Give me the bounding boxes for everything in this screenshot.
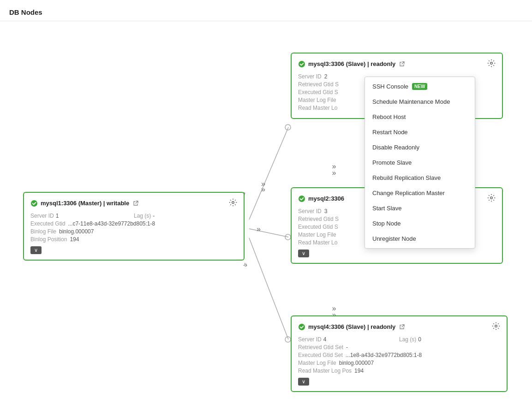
slave3-card-header: mysql4:3306 (Slave) | readonly [298,322,500,332]
slave2-node-name: mysql2:3306 [308,195,344,202]
slave3-row-retrieved-gtid: Retrieved Gtid Set - [298,344,500,351]
slave3-node-name: mysql4:3306 (Slave) | readonly [308,323,395,330]
svg-text:»: » [332,304,336,312]
svg-point-18 [490,62,493,65]
master-row-binlog-pos: Binlog Position 194 [30,236,237,243]
master-row-binlog-file: Binlog File binlog.000007 [30,228,237,235]
master-external-link-icon[interactable] [133,201,138,206]
svg-point-15 [31,200,37,207]
menu-item-disable-readonly[interactable]: Disable Readonly [365,140,475,155]
master-row-server-lag: Server ID 1 Lag (s) - [30,213,237,219]
canvas: » » » » » » » » » [0,21,532,410]
slave3-show-more-button[interactable]: ∨ [298,378,309,386]
svg-text:»: » [242,260,250,269]
slave3-card-title: mysql4:3306 (Slave) | readonly [298,323,405,331]
svg-point-7 [285,234,291,240]
menu-item-restart-node[interactable]: Restart Node [365,125,475,140]
schedule-maintenance-label: Schedule Maintenance Mode [372,98,450,105]
svg-point-22 [495,325,497,327]
svg-text:»: » [332,162,336,170]
slave1-gear-icon[interactable] [487,59,496,69]
context-menu: SSH Console NEW Schedule Maintenance Mod… [365,77,475,249]
slave2-show-more-button[interactable]: ∨ [298,250,309,257]
slave1-card-header: mysql3:3306 (Slave) | readonly [298,59,496,69]
svg-line-2 [249,229,288,237]
svg-point-19 [299,196,305,202]
restart-node-label: Restart Node [372,129,408,136]
change-replication-master-label: Change Replication Master [372,190,445,196]
slave3-row-read-master: Read Master Log Pos 194 [298,368,500,374]
menu-item-ssh-console[interactable]: SSH Console NEW [365,79,475,94]
disable-readonly-label: Disable Readonly [372,144,419,151]
master-card-title: mysql1:3306 (Master) | writable [30,200,138,207]
master-row-executed-gtid: Executed Gtid ...c7-11e8-a43d-32e9772bd8… [30,220,237,227]
master-status-icon [30,200,38,207]
unregister-node-label: Unregister Node [372,235,416,242]
svg-point-17 [299,61,305,67]
slave3-row-master-log: Master Log File binlog.000007 [298,360,500,366]
menu-item-rebuild-replication-slave[interactable]: Rebuild Replication Slave [365,170,475,185]
svg-text:»: » [257,225,261,233]
menu-item-schedule-maintenance[interactable]: Schedule Maintenance Mode [365,94,475,109]
svg-point-21 [299,324,305,330]
slave1-external-link-icon[interactable] [399,61,405,67]
master-node-name: mysql1:3306 (Master) | writable [41,200,129,207]
svg-line-4 [249,238,288,339]
menu-item-stop-node[interactable]: Stop Node [365,216,475,231]
slave2-card-title: mysql2:3306 [298,195,344,202]
rebuild-replication-slave-label: Rebuild Replication Slave [372,174,441,181]
reboot-host-label: Reboot Host [372,113,406,120]
menu-item-start-slave[interactable]: Start Slave [365,201,475,216]
slave2-status-icon [298,195,305,202]
menu-item-promote-slave[interactable]: Promote Slave [365,155,475,170]
master-show-more-button[interactable]: ∨ [30,246,42,254]
slave1-card-title: mysql3:3306 (Slave) | readonly [298,60,405,68]
menu-item-reboot-host[interactable]: Reboot Host [365,109,475,125]
svg-text:»: » [261,180,265,188]
menu-item-unregister-node[interactable]: Unregister Node [365,231,475,246]
slave3-external-link-icon[interactable] [399,324,405,330]
stop-node-label: Stop Node [372,220,400,227]
slave3-row-executed-gtid: Executed Gtid Set ...1e8-a43d-32e9772bd8… [298,352,500,358]
page-title: DB Nodes [0,0,532,21]
svg-text:»: » [261,185,265,193]
new-badge: NEW [412,83,427,90]
slave2-gear-icon[interactable] [487,194,496,203]
slave3-gear-icon[interactable] [492,322,500,332]
svg-point-8 [285,337,291,342]
start-slave-label: Start Slave [372,205,402,212]
slave3-node-card: mysql4:3306 (Slave) | readonly Server ID… [291,315,508,392]
menu-item-change-replication-master[interactable]: Change Replication Master [365,185,475,201]
slave3-row-server-lag: Server ID 4 Lag (s) 0 [298,336,500,343]
slave1-node-name: mysql3:3306 (Slave) | readonly [308,60,395,67]
master-node-card: mysql1:3306 (Master) | writable Server I… [23,192,245,261]
slave1-status-icon [298,60,305,68]
promote-slave-label: Promote Slave [372,159,412,166]
master-gear-icon[interactable] [229,198,237,208]
ssh-console-label: SSH Console [372,83,408,90]
svg-point-6 [285,125,291,130]
svg-point-20 [490,197,493,199]
svg-line-0 [249,127,288,220]
svg-text:»: » [332,169,336,177]
slave3-status-icon [298,323,305,331]
master-card-header: mysql1:3306 (Master) | writable [30,198,237,208]
svg-point-16 [232,202,234,204]
